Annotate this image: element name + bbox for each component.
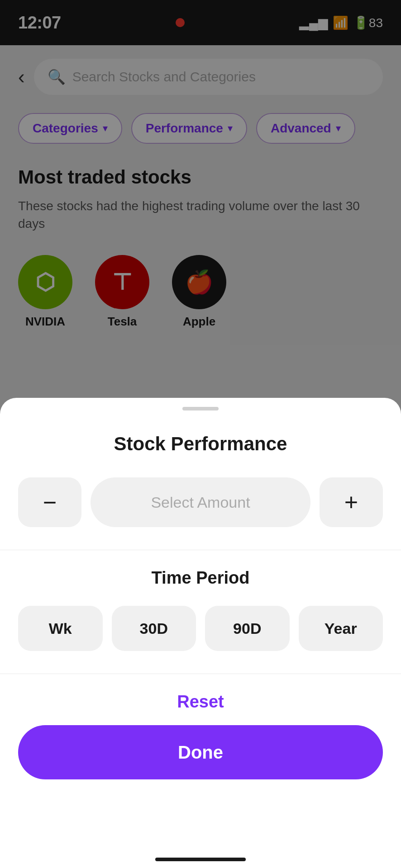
time-period-title: Time Period [18,568,383,588]
time-pill-30d[interactable]: 30D [112,606,196,651]
time-pill-year[interactable]: Year [299,606,383,651]
amount-input[interactable]: Select Amount [91,477,310,527]
time-pill-90d[interactable]: 90D [205,606,290,651]
amount-row: − Select Amount + [0,477,401,527]
done-label: Done [178,742,223,763]
reset-label: Reset [177,692,224,711]
time-period-section: Time Period Wk 30D 90D Year [0,550,401,651]
decrement-button[interactable]: − [18,477,81,527]
time-pill-30d-label: 30D [140,620,168,637]
increment-icon: + [344,489,358,516]
sheet-handle [182,407,219,410]
sheet-title: Stock Performance [0,433,401,455]
time-pill-wk-label: Wk [49,620,72,637]
done-button[interactable]: Done [18,725,383,779]
reset-button[interactable]: Reset [0,692,401,712]
divider-2 [0,674,401,674]
time-pill-wk[interactable]: Wk [18,606,103,651]
home-indicator [155,858,246,861]
overlay [0,0,401,416]
amount-placeholder-text: Select Amount [151,494,250,511]
decrement-icon: − [43,489,57,516]
time-pill-90d-label: 90D [233,620,261,637]
bottom-sheet: Stock Performance − Select Amount + Time… [0,398,401,868]
increment-button[interactable]: + [320,477,383,527]
time-pills-row: Wk 30D 90D Year [18,606,383,651]
time-pill-year-label: Year [325,620,357,637]
